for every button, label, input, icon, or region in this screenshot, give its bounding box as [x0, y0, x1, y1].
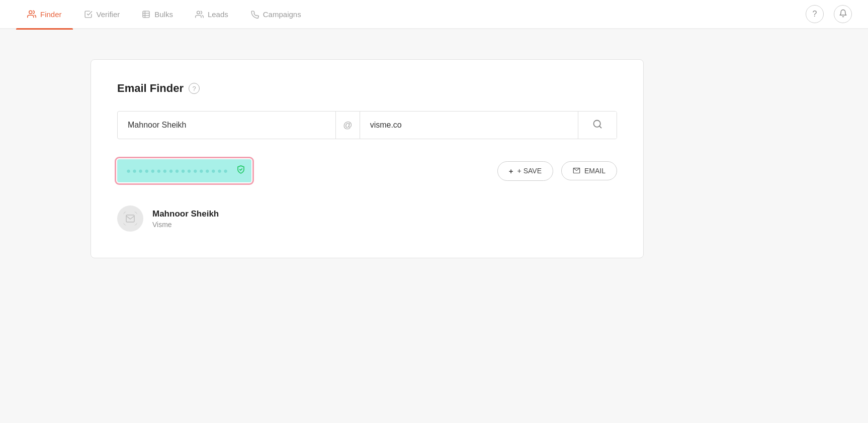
at-separator: @	[335, 112, 360, 139]
domain-input[interactable]	[360, 112, 578, 139]
search-button[interactable]	[578, 112, 617, 139]
email-button[interactable]: EMAIL	[561, 161, 617, 180]
email-result-box: ●●●●●●●●●●●●●●●●●	[117, 159, 251, 182]
help-icon: ?	[813, 10, 817, 19]
campaigns-icon	[250, 10, 259, 19]
nav-item-verifier[interactable]: Verifier	[73, 0, 131, 29]
save-button[interactable]: + + SAVE	[497, 161, 553, 181]
action-buttons: + + SAVE EMAIL	[497, 161, 617, 181]
search-row: @	[117, 111, 617, 139]
bell-icon	[839, 9, 847, 20]
verified-icon	[236, 165, 245, 177]
verifier-icon	[84, 10, 93, 19]
help-question-mark: ?	[192, 85, 196, 92]
person-info: Mahnoor Sheikh Visme	[152, 209, 219, 229]
nav-item-finder[interactable]: Finder	[16, 0, 73, 29]
finder-icon	[27, 10, 36, 19]
plus-icon: +	[509, 167, 513, 175]
nav-item-bulks-label: Bulks	[154, 10, 173, 19]
nav-item-campaigns-label: Campaigns	[263, 10, 301, 19]
person-avatar	[117, 205, 143, 232]
main-content: Email Finder ? @	[0, 29, 868, 288]
svg-line-7	[599, 126, 601, 128]
nav-item-campaigns[interactable]: Campaigns	[239, 0, 312, 29]
nav-item-bulks[interactable]: Bulks	[131, 0, 184, 29]
help-button[interactable]: ?	[806, 5, 824, 23]
search-icon	[592, 119, 602, 132]
email-result-text: ●●●●●●●●●●●●●●●●●	[126, 166, 229, 175]
email-finder-card: Email Finder ? @	[91, 59, 644, 258]
person-name: Mahnoor Sheikh	[152, 209, 219, 219]
email-label: EMAIL	[584, 167, 605, 175]
person-company: Visme	[152, 221, 219, 229]
envelope-icon	[573, 167, 580, 175]
nav-item-leads[interactable]: Leads	[184, 0, 239, 29]
card-title: Email Finder	[117, 82, 184, 95]
notifications-button[interactable]	[834, 5, 852, 23]
nav-items: Finder Verifier Bulks	[16, 0, 806, 29]
nav-item-verifier-label: Verifier	[97, 10, 120, 19]
person-row: Mahnoor Sheikh Visme	[117, 200, 617, 232]
card-help-icon[interactable]: ?	[189, 83, 200, 94]
leads-icon	[195, 10, 204, 19]
svg-point-5	[197, 11, 200, 14]
svg-rect-10	[122, 210, 138, 227]
name-input[interactable]	[118, 112, 335, 139]
nav-right: ?	[806, 5, 852, 23]
svg-rect-1	[143, 11, 149, 18]
nav-item-finder-label: Finder	[40, 10, 62, 19]
card-title-row: Email Finder ?	[117, 82, 617, 95]
save-label: + SAVE	[517, 167, 542, 175]
svg-point-0	[29, 11, 32, 14]
top-navigation: Finder Verifier Bulks	[0, 0, 868, 29]
result-row: ●●●●●●●●●●●●●●●●● + + SAVE	[117, 159, 617, 182]
bulks-icon	[142, 10, 150, 19]
nav-item-leads-label: Leads	[208, 10, 228, 19]
